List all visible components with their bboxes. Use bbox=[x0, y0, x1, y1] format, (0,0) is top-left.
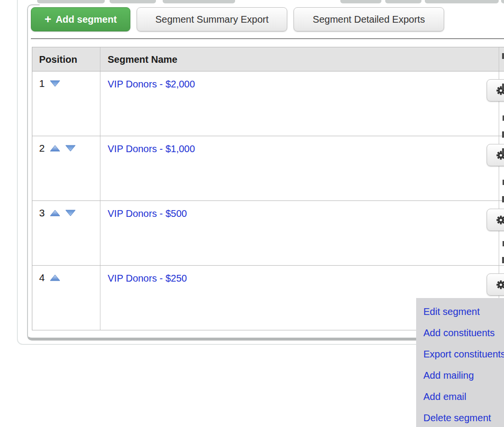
segment-name-link[interactable]: VIP Donors - $2,000 bbox=[108, 79, 195, 89]
position-cell: 4 bbox=[32, 266, 100, 330]
move-up-icon[interactable] bbox=[50, 274, 60, 281]
tab-stub[interactable] bbox=[37, 0, 105, 3]
table-row: 2 VIP Donors - $1,000 Actions bbox=[32, 136, 504, 201]
tab-stub[interactable] bbox=[340, 0, 381, 3]
segment-detailed-exports-button[interactable]: Segment Detailed Exports bbox=[294, 7, 444, 31]
plus-icon: + bbox=[44, 14, 51, 24]
segment-summary-export-button[interactable]: Segment Summary Export bbox=[137, 7, 287, 31]
actions-button[interactable]: Actions bbox=[487, 144, 504, 166]
clipped-text-fragment bbox=[502, 53, 504, 59]
segment-name-link[interactable]: VIP Donors - $250 bbox=[108, 273, 187, 284]
table-header: Position Segment Name bbox=[32, 47, 504, 71]
actions-button[interactable]: Actions bbox=[487, 79, 504, 101]
position-cell: 1 bbox=[32, 71, 100, 136]
column-header-position: Position bbox=[32, 47, 100, 71]
column-header-clipped bbox=[499, 47, 504, 71]
clipped-text-fragment bbox=[502, 131, 504, 138]
segments-screen: + Add segment Segment Summary Export Seg… bbox=[0, 0, 504, 427]
actions-menu: Edit segment Add constituents Export con… bbox=[416, 298, 504, 427]
segment-detailed-exports-label: Segment Detailed Exports bbox=[313, 14, 425, 25]
segment-summary-export-label: Segment Summary Export bbox=[155, 14, 269, 25]
move-up-icon[interactable] bbox=[50, 210, 60, 216]
clipped-text-fragment bbox=[502, 196, 504, 202]
position-cell: 2 bbox=[32, 136, 100, 200]
tab-stub[interactable] bbox=[385, 0, 421, 3]
actions-button[interactable]: Actions bbox=[487, 209, 504, 231]
clipped-text-fragment bbox=[502, 257, 504, 263]
menu-item-add-email[interactable]: Add email bbox=[416, 386, 504, 407]
position-number: 3 bbox=[39, 208, 45, 218]
position-cell: 3 bbox=[32, 201, 100, 265]
position-number: 4 bbox=[39, 272, 45, 283]
segment-cell: VIP Donors - $500 Actions bbox=[100, 201, 499, 265]
column-header-segment-name: Segment Name bbox=[100, 47, 499, 71]
segment-name-link[interactable]: VIP Donors - $500 bbox=[108, 208, 187, 219]
panel-top-cover bbox=[40, 4, 504, 6]
move-down-icon[interactable] bbox=[50, 80, 60, 87]
table-row: 1 VIP Donors - $2,000 Actions bbox=[32, 71, 504, 136]
move-down-icon[interactable] bbox=[65, 210, 76, 216]
position-number: 1 bbox=[39, 78, 45, 89]
clipped-text-fragment bbox=[502, 148, 504, 155]
actions-button[interactable]: Actions bbox=[487, 273, 504, 296]
menu-item-edit-segment[interactable]: Edit segment bbox=[416, 301, 504, 322]
segment-cell: VIP Donors - $1,000 Actions bbox=[100, 136, 499, 200]
position-number: 2 bbox=[39, 143, 45, 154]
menu-item-delete-segment[interactable]: Delete segment bbox=[416, 407, 504, 427]
tab-stub[interactable] bbox=[163, 0, 235, 3]
toolbar-divider bbox=[31, 38, 504, 39]
add-segment-label: Add segment bbox=[56, 14, 117, 25]
move-down-icon[interactable] bbox=[65, 145, 76, 152]
gear-icon bbox=[496, 215, 504, 225]
move-up-icon[interactable] bbox=[50, 145, 60, 152]
segments-table: Position Segment Name 1 VIP Donors - $2,… bbox=[32, 47, 504, 330]
menu-item-add-constituents[interactable]: Add constituents bbox=[416, 322, 504, 343]
segment-cell: VIP Donors - $2,000 Actions bbox=[100, 71, 499, 136]
add-segment-button[interactable]: + Add segment bbox=[31, 7, 130, 31]
menu-item-export-constituents[interactable]: Export constituents bbox=[416, 343, 504, 365]
tab-stub[interactable] bbox=[110, 0, 156, 3]
gear-icon bbox=[496, 280, 504, 289]
segment-name-link[interactable]: VIP Donors - $1,000 bbox=[108, 143, 195, 154]
tab-stub[interactable] bbox=[425, 0, 499, 3]
table-row: 3 VIP Donors - $500 Actions bbox=[32, 201, 504, 266]
menu-item-add-mailing[interactable]: Add mailing bbox=[416, 365, 504, 386]
clipped-text-fragment bbox=[502, 84, 504, 90]
